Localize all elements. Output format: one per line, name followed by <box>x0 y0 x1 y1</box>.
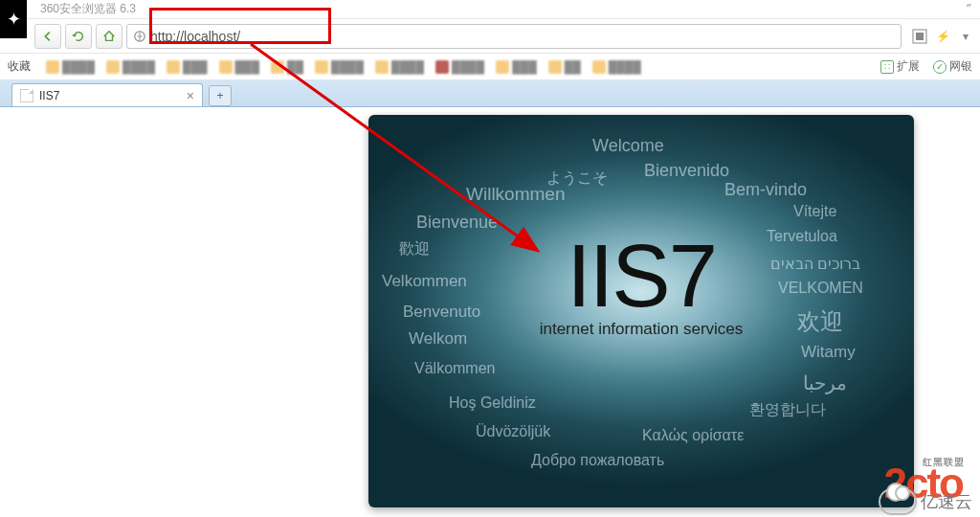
tab-strip: IIS7 × + <box>0 80 980 107</box>
welcome-word: Hoş Geldiniz <box>449 394 536 412</box>
compat-mode-icon <box>133 30 146 43</box>
tab-close-button[interactable]: × <box>187 88 194 103</box>
welcome-word: ברוכים הבאים <box>770 255 860 273</box>
shield-icon: ✓ <box>933 60 947 74</box>
bank-button[interactable]: ✓网银 <box>933 58 972 75</box>
bookmark-item[interactable]: ███ <box>167 60 208 74</box>
extension-label: 扩展 <box>897 58 920 75</box>
new-tab-button[interactable]: + <box>209 85 232 106</box>
home-icon <box>102 30 116 43</box>
welcome-word: Welcome <box>592 136 664 156</box>
bookmark-item[interactable]: ███ <box>219 60 260 74</box>
bookmark-item[interactable]: ███ <box>496 60 537 74</box>
bookmark-item[interactable]: ██ <box>271 60 303 74</box>
url-input[interactable] <box>150 29 895 44</box>
iis-center: IIS7 internet information services <box>540 236 744 339</box>
welcome-word: Bienvenue <box>416 213 498 233</box>
nav-toolbar: ⚡ ▾ <box>0 19 980 54</box>
welcome-word: Tervetuloa <box>767 228 837 245</box>
bookmark-item[interactable]: ████ <box>315 60 364 74</box>
browser-name: 360安全浏览器 6.3 <box>40 1 136 17</box>
page-action-icon[interactable] <box>911 28 928 45</box>
bookmark-item[interactable]: ████ <box>435 60 484 74</box>
refresh-icon <box>72 30 85 43</box>
welcome-word: Välkommen <box>414 360 495 377</box>
iis-subtitle: internet information services <box>540 320 744 339</box>
nav-right-icons: ⚡ ▾ <box>905 28 974 45</box>
refresh-button[interactable] <box>65 24 92 49</box>
bookmark-item[interactable]: ████ <box>106 60 155 74</box>
bank-label: 网银 <box>949 58 972 75</box>
welcome-word: Καλώς ορίσατε <box>642 427 744 444</box>
page-content: WelcomeBienvenidoようこそBem-vindoWillkommen… <box>0 107 980 517</box>
welcome-word: VELKOMEN <box>778 280 863 297</box>
tab-title: IIS7 <box>39 89 59 102</box>
favorites-label: 收藏 <box>8 58 31 75</box>
bookmark-item[interactable]: ████ <box>592 60 641 74</box>
puzzle-icon: ∷ <box>880 60 894 74</box>
svg-rect-2 <box>916 33 924 40</box>
iis-title: IIS7 <box>540 236 744 316</box>
welcome-word: Üdvözöljük <box>476 423 550 440</box>
welcome-word: Benvenuto <box>403 303 480 322</box>
cloud-icon <box>879 488 917 515</box>
tab-iis7[interactable]: IIS7 × <box>11 83 203 106</box>
welcome-word: مرحبا <box>803 371 847 394</box>
browser-titlebar: ✦ 360安全浏览器 6.3 ᳓ <box>0 0 980 19</box>
welcome-word: Willkommen <box>466 184 565 205</box>
welcome-word: Witamy <box>801 343 856 362</box>
bookmark-item[interactable]: ████ <box>375 60 424 74</box>
arrow-left-icon <box>41 30 55 43</box>
iis-welcome-card: WelcomeBienvenidoようこそBem-vindoWillkommen… <box>368 115 914 507</box>
welcome-word: Bienvenido <box>644 161 729 181</box>
welcome-word: 환영합니다 <box>749 400 826 420</box>
bookmark-item[interactable]: ██ <box>548 60 581 74</box>
welcome-word: Welkom <box>409 329 467 348</box>
window-control-placeholder: ᳓ <box>963 3 974 16</box>
home-button[interactable] <box>96 24 122 49</box>
welcome-word: Bem-vindo <box>724 180 807 200</box>
watermark-yisu: 亿速云 <box>879 488 972 515</box>
welcome-word: Vítejte <box>793 203 836 220</box>
nav-dropdown-icon[interactable]: ▾ <box>957 28 974 45</box>
welcome-word: Velkommen <box>382 272 467 291</box>
page-icon <box>20 89 33 102</box>
address-bar[interactable] <box>126 24 902 49</box>
bookmark-bar: 收藏 █████████████████████████████████████… <box>0 54 980 80</box>
welcome-word: 欢迎 <box>797 306 843 337</box>
welcome-word: Добро пожаловать <box>531 452 664 469</box>
back-button[interactable] <box>34 24 61 49</box>
bookmark-item[interactable]: ████ <box>46 60 95 74</box>
welcome-word: 歡迎 <box>399 239 430 259</box>
browser-logo-icon: ✦ <box>0 0 27 38</box>
flash-icon[interactable]: ⚡ <box>934 28 951 45</box>
extension-button[interactable]: ∷扩展 <box>880 58 920 75</box>
